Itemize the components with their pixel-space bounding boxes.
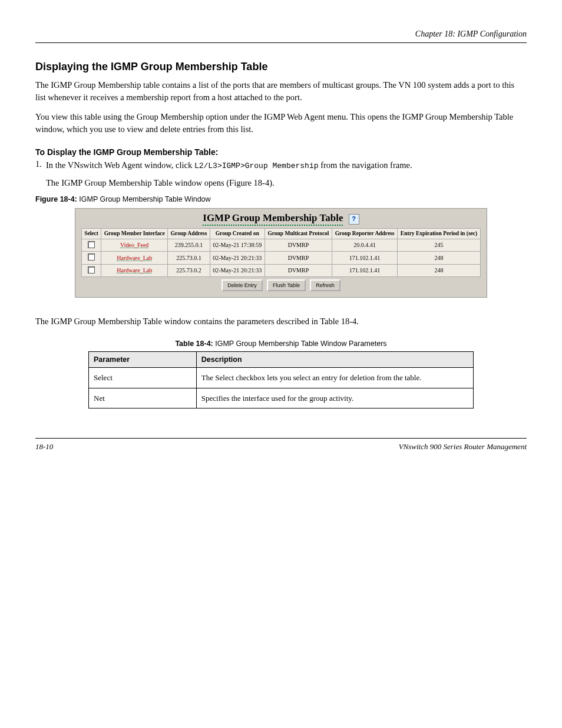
cell-addr: 225.73.0.1 [168, 252, 209, 264]
col-protocol: Group Multicast Protocol [265, 229, 332, 239]
step-result: The IGMP Group Membership Table window o… [46, 177, 527, 189]
select-checkbox[interactable] [88, 253, 95, 261]
param-desc: The Select checkbox lets you select an e… [196, 368, 473, 388]
section-title: Displaying the IGMP Group Membership Tab… [35, 61, 527, 73]
table-row: Net Specifies the interface used for the… [89, 388, 474, 409]
cell-reporter: 171.102.1.41 [332, 252, 397, 264]
table-caption: Table 18-4: IGMP Group Membership Table … [88, 340, 474, 348]
top-rule [35, 42, 527, 43]
step-number: 1. [35, 159, 46, 169]
cell-proto: DVMRP [265, 252, 332, 264]
col-expiration: Entry Expiration Period in (sec) [398, 229, 480, 239]
footer-rule [35, 438, 527, 439]
cell-exp: 248 [398, 265, 480, 277]
paragraph-2: You view this table using the Group Memb… [35, 111, 527, 136]
cell-addr: 239.255.0.1 [168, 239, 209, 252]
table-row: Hardware_Lab 225.73.0.2 02-May-21 20:21:… [82, 265, 480, 277]
interface-link[interactable]: Hardware_Lab [117, 255, 152, 261]
select-checkbox[interactable] [88, 241, 95, 248]
col-group-address: Group Address [168, 229, 209, 239]
paragraph-3: The IGMP Group Membership Table window c… [35, 315, 527, 328]
desc-head-parameter: Parameter [89, 352, 197, 368]
screenshot-frame: IGMP Group Membership Table ? Select Gro… [75, 208, 487, 298]
cell-created: 02-May-21 20:21:33 [210, 252, 265, 264]
step-text: In the VNswitch Web Agent window, click … [46, 159, 412, 172]
interface-link[interactable]: Video_Feed [120, 242, 148, 248]
param-name: Select [89, 368, 197, 388]
cell-exp: 248 [398, 252, 480, 264]
col-reporter: Group Reporter Address [332, 229, 397, 239]
procedure-heading: To Display the IGMP Group Membership Tab… [35, 147, 527, 157]
interface-link[interactable]: Hardware_Lab [117, 267, 152, 274]
cell-proto: DVMRP [265, 265, 332, 277]
table-row: Video_Feed 239.255.0.1 02-May-21 17:38:5… [82, 239, 480, 252]
col-select: Select [82, 229, 101, 239]
param-desc: Specifies the interface used for the gro… [196, 388, 473, 409]
table-header-row: Select Group Member Interface Group Addr… [82, 229, 480, 239]
cell-created: 02-May-21 17:38:59 [210, 239, 265, 252]
help-icon[interactable]: ? [349, 214, 359, 225]
menu-path: L2/L3>IGMP>Group Membership [194, 162, 319, 170]
cell-created: 02-May-21 20:21:33 [210, 265, 265, 277]
cell-exp: 245 [398, 239, 480, 252]
cell-reporter: 20.0.4.41 [332, 239, 397, 252]
membership-table: Select Group Member Interface Group Addr… [81, 228, 481, 277]
param-name: Net [89, 388, 197, 409]
flush-table-button[interactable]: Flush Table [267, 279, 306, 291]
table-row: Select The Select checkbox lets you sele… [89, 368, 474, 388]
desc-head-description: Description [196, 352, 473, 368]
chapter-heading: Chapter 18: IGMP Configuration [35, 29, 527, 39]
table-row: Hardware_Lab 225.73.0.1 02-May-21 20:21:… [82, 252, 480, 264]
figure-caption: Figure 18-4: IGMP Group Membership Table… [35, 195, 527, 203]
cell-proto: DVMRP [265, 239, 332, 252]
page-number: 18-10 [35, 442, 53, 452]
refresh-button[interactable]: Refresh [310, 279, 340, 291]
footer-title: VNswitch 900 Series Router Management [399, 442, 527, 452]
cell-reporter: 171.102.1.41 [332, 265, 397, 277]
screenshot-title: IGMP Group Membership Table [203, 212, 343, 226]
parameters-table: Parameter Description Select The Select … [88, 351, 474, 409]
col-created: Group Created on [210, 229, 265, 239]
cell-addr: 225.73.0.2 [168, 265, 209, 277]
select-checkbox[interactable] [88, 266, 95, 274]
delete-entry-button[interactable]: Delete Entry [222, 279, 263, 291]
col-interface: Group Member Interface [101, 229, 167, 239]
paragraph-1: The IGMP Group Membership table contains… [35, 79, 527, 104]
